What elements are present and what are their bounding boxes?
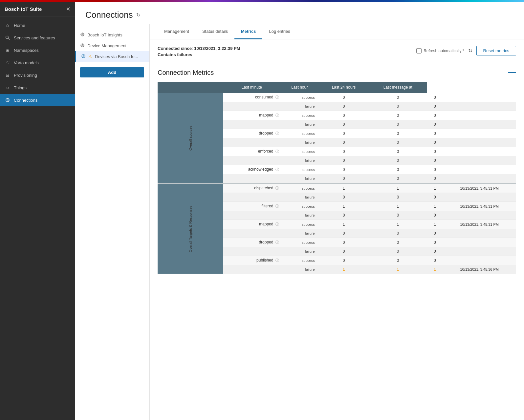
val-failure-last-minute: 0 <box>319 138 369 147</box>
val-last-hour: 0 <box>369 147 427 156</box>
sidebar-header: Bosch IoT Suite ✕ <box>0 2 75 16</box>
val-failure-last-24h: 0 <box>427 156 443 165</box>
section-title: Connection Metrics <box>158 69 516 76</box>
val-failure-last-24h: 0 <box>427 229 443 238</box>
info-icon[interactable]: ⓘ <box>275 149 279 153</box>
val-last-msg <box>443 93 516 102</box>
metrics-table: Last minute Last hour Last 24 hours Last… <box>158 82 516 274</box>
things-icon: ○ <box>5 85 11 91</box>
home-icon: ⌂ <box>5 22 11 28</box>
sidebar-item-services[interactable]: Services and features <box>0 32 75 44</box>
val-failure-last-hour: 0 <box>369 229 427 238</box>
val-failure-last-minute: 0 <box>319 156 369 165</box>
metric-name: published ⓘ <box>223 256 280 265</box>
val-failure-last-minute: 0 <box>319 102 369 111</box>
sidebar-item-provisioning[interactable]: ⊟ Provisioning <box>0 69 75 81</box>
status-success: success <box>280 202 319 211</box>
connection-device-label: Device Management <box>87 43 126 48</box>
connection-item-bosch-insights[interactable]: Bosch IoT Insights <box>75 30 149 40</box>
status-failure <box>223 120 280 129</box>
search-icon <box>5 35 11 41</box>
sidebar-item-vorto-label: Vorto models <box>14 60 39 65</box>
col-header-last-hour: Last hour <box>280 82 319 93</box>
status-failure-label: failure <box>280 138 319 147</box>
info-icon[interactable]: ⓘ <box>275 204 279 208</box>
sidebar-close-button[interactable]: ✕ <box>66 6 70 12</box>
val-last-24h: 0 <box>427 165 443 174</box>
reset-metrics-button[interactable]: Reset metrics <box>476 46 516 55</box>
refresh-now-button[interactable]: ↻ <box>468 48 472 54</box>
val-failure-last-24h: 0 <box>427 138 443 147</box>
sidebar-item-provisioning-label: Provisioning <box>14 73 37 78</box>
info-icon[interactable]: ⓘ <box>275 131 279 135</box>
sidebar-item-things-label: Things <box>14 85 27 90</box>
sidebar-item-vorto[interactable]: ♡ Vorto models <box>0 56 75 69</box>
metric-name: mapped ⓘ <box>223 111 280 120</box>
svg-line-1 <box>8 38 10 40</box>
connection-item-device-management[interactable]: Device Management <box>75 40 149 51</box>
val-last-hour: 1 <box>369 220 427 229</box>
status-failure-label: failure <box>280 247 319 256</box>
add-connection-button[interactable]: Add <box>80 67 144 77</box>
val-failure-last-24h: 1 <box>427 265 443 274</box>
status-failure-label: failure <box>280 174 319 183</box>
status-failure-label: failure <box>280 193 319 202</box>
val-last-hour: 1 <box>369 184 427 193</box>
info-icon[interactable]: ⓘ <box>275 258 279 262</box>
info-icon[interactable]: ⓘ <box>275 167 279 171</box>
val-last-msg <box>443 256 516 265</box>
main-content: Connections ↻ Bosch IoT Insights Device … <box>75 2 524 420</box>
val-last-24h: 0 <box>427 147 443 156</box>
sidebar-item-services-label: Services and features <box>14 35 55 40</box>
sidebar: Bosch IoT Suite ✕ ⌂ Home Services and fe… <box>0 2 75 420</box>
val-last-hour: 0 <box>369 256 427 265</box>
val-failure-last-24h: 0 <box>427 174 443 183</box>
connection-item-devices-via-bosch[interactable]: ⚠ Devices via Bosch Io... <box>75 51 149 62</box>
tabs-bar: Management Status details Metrics Log en… <box>150 24 524 39</box>
metric-name: enforced ⓘ <box>223 147 280 156</box>
sidebar-item-namespaces-label: Namespaces <box>14 48 39 53</box>
status-failure-label: failure <box>280 156 319 165</box>
status-success: success <box>280 165 319 174</box>
page-refresh-icon[interactable]: ↻ <box>136 12 141 18</box>
val-failure-last-msg <box>443 174 516 183</box>
metric-name: mapped ⓘ <box>223 220 280 229</box>
info-icon[interactable]: ⓘ <box>275 222 279 226</box>
sidebar-item-namespaces[interactable]: ⊞ Namespaces <box>0 44 75 56</box>
info-icon[interactable]: ⓘ <box>275 240 279 244</box>
status-success: success <box>280 238 319 247</box>
val-last-msg <box>443 129 516 138</box>
tab-status-details[interactable]: Status details <box>196 24 234 39</box>
sidebar-item-home[interactable]: ⌂ Home <box>0 19 75 32</box>
info-icon[interactable]: ⓘ <box>275 186 279 190</box>
val-failure-last-minute: 1 <box>319 265 369 274</box>
refresh-auto-label[interactable]: Refresh automatically * <box>416 48 464 53</box>
status-success: success <box>280 147 319 156</box>
tab-log-entries[interactable]: Log entries <box>262 24 296 39</box>
val-failure-last-msg <box>443 120 516 129</box>
contains-failures-label: Contains failures <box>158 52 240 57</box>
val-last-24h: 0 <box>427 238 443 247</box>
status-failure-label: failure <box>280 265 319 274</box>
val-last-minute: 0 <box>319 111 369 120</box>
val-last-msg <box>443 238 516 247</box>
connection-info: Connected since: 10/13/2021, 3:22:39 PM … <box>158 46 240 57</box>
status-failure <box>223 156 280 165</box>
sidebar-item-connections[interactable]: Connections <box>0 94 75 106</box>
tab-metrics[interactable]: Metrics <box>234 24 263 39</box>
val-last-hour: 0 <box>369 93 427 102</box>
info-icon[interactable]: ⓘ <box>275 95 279 99</box>
status-failure <box>223 138 280 147</box>
refresh-auto-checkbox[interactable] <box>416 48 422 53</box>
sidebar-item-things[interactable]: ○ Things <box>0 81 75 94</box>
col-header-last-24h: Last 24 hours <box>319 82 369 93</box>
val-last-minute: 0 <box>319 238 369 247</box>
connection-icon-insights <box>80 32 85 38</box>
metric-name: dropped ⓘ <box>223 238 280 247</box>
orange-val: 1 <box>343 267 345 272</box>
val-last-24h: 1 <box>427 220 443 229</box>
info-icon[interactable]: ⓘ <box>275 113 279 117</box>
collapse-button[interactable] <box>508 72 516 73</box>
val-failure-last-hour: 1 <box>369 265 427 274</box>
tab-management[interactable]: Management <box>158 24 196 39</box>
